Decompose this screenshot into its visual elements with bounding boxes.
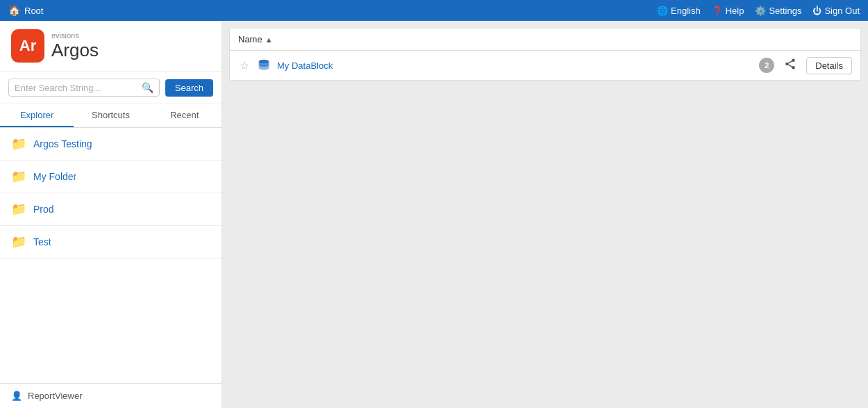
- svg-line-5: [789, 61, 792, 63]
- share-button[interactable]: [780, 56, 801, 74]
- folder-icon: 📁: [11, 136, 26, 152]
- signout-link[interactable]: ⏻ Sign Out: [812, 6, 860, 16]
- user-icon: 👤: [11, 391, 22, 401]
- folder-name: Argos Testing: [33, 138, 92, 149]
- topbar-right: 🌐 English ❓ Help ⚙️ Settings ⏻ Sign Out: [657, 6, 860, 16]
- datablock-icon: [256, 58, 272, 73]
- topbar: 🏠 Root 🌐 English ❓ Help ⚙️ Settings ⏻ Si…: [0, 0, 868, 21]
- tab-recent[interactable]: Recent: [148, 104, 222, 127]
- folder-icon: 📁: [11, 234, 26, 250]
- folder-name: Prod: [33, 204, 54, 215]
- table-header: Name ▲: [230, 28, 860, 51]
- root-label[interactable]: Root: [24, 6, 43, 16]
- svg-point-1: [792, 59, 796, 63]
- settings-label: Settings: [769, 6, 801, 16]
- name-column-label[interactable]: Name: [238, 34, 262, 44]
- folder-item-prod[interactable]: 📁 Prod: [0, 193, 222, 226]
- folder-item-argos-testing[interactable]: 📁 Argos Testing: [0, 128, 222, 161]
- search-input[interactable]: [15, 83, 142, 93]
- logo-area: Ar evisions Argos: [0, 21, 222, 72]
- folder-name: My Folder: [33, 171, 76, 182]
- brand-name: evisions: [51, 31, 99, 40]
- settings-link[interactable]: ⚙️ Settings: [755, 6, 801, 16]
- search-area: 🔍 Search: [0, 72, 222, 104]
- sidebar: Ar evisions Argos 🔍 Search Explorer Shor…: [0, 21, 222, 408]
- english-link[interactable]: 🌐 English: [657, 6, 701, 16]
- folder-icon: 📁: [11, 202, 26, 217]
- search-icon: 🔍: [142, 82, 153, 93]
- help-link[interactable]: ❓ Help: [712, 6, 744, 16]
- details-button[interactable]: Details: [806, 57, 852, 74]
- tab-explorer[interactable]: Explorer: [0, 104, 74, 127]
- search-button[interactable]: Search: [165, 79, 213, 97]
- globe-icon: 🌐: [657, 6, 668, 16]
- home-icon: 🏠: [8, 5, 20, 16]
- folder-name: Test: [33, 236, 51, 247]
- help-label: Help: [726, 6, 744, 16]
- sort-asc-icon: ▲: [265, 35, 273, 44]
- app-logo-icon: Ar: [11, 29, 44, 63]
- english-label: English: [671, 6, 701, 16]
- tabs: Explorer Shortcuts Recent: [0, 104, 222, 128]
- content-area: Name ▲ ☆ My DataBlock 2: [229, 28, 861, 81]
- tab-shortcuts[interactable]: Shortcuts: [74, 104, 147, 127]
- topbar-left: 🏠 Root: [8, 5, 43, 16]
- item-name[interactable]: My DataBlock: [277, 60, 753, 71]
- help-icon: ❓: [712, 6, 723, 16]
- gear-icon: ⚙️: [755, 6, 766, 16]
- svg-point-3: [792, 66, 796, 70]
- folder-item-test[interactable]: 📁 Test: [0, 226, 222, 259]
- layout: Ar evisions Argos 🔍 Search Explorer Shor…: [0, 21, 868, 408]
- svg-point-2: [786, 63, 790, 66]
- sidebar-footer: 👤 ReportViewer: [0, 383, 222, 408]
- version-badge: 2: [759, 58, 774, 73]
- main-content: Name ▲ ☆ My DataBlock 2: [222, 21, 868, 408]
- folder-item-my-folder[interactable]: 📁 My Folder: [0, 161, 222, 193]
- user-label: ReportViewer: [28, 391, 83, 401]
- search-input-wrap[interactable]: 🔍: [8, 79, 160, 97]
- folder-icon: 📁: [11, 169, 26, 184]
- logo-text: evisions Argos: [51, 31, 99, 61]
- table-row: ☆ My DataBlock 2: [230, 51, 860, 80]
- signout-label: Sign Out: [824, 6, 860, 16]
- favorite-button[interactable]: ☆: [238, 58, 251, 74]
- signout-icon: ⏻: [812, 6, 821, 16]
- app-name: Argos: [51, 40, 99, 61]
- svg-line-4: [789, 65, 792, 67]
- folder-list: 📁 Argos Testing 📁 My Folder 📁 Prod 📁 Tes…: [0, 128, 222, 383]
